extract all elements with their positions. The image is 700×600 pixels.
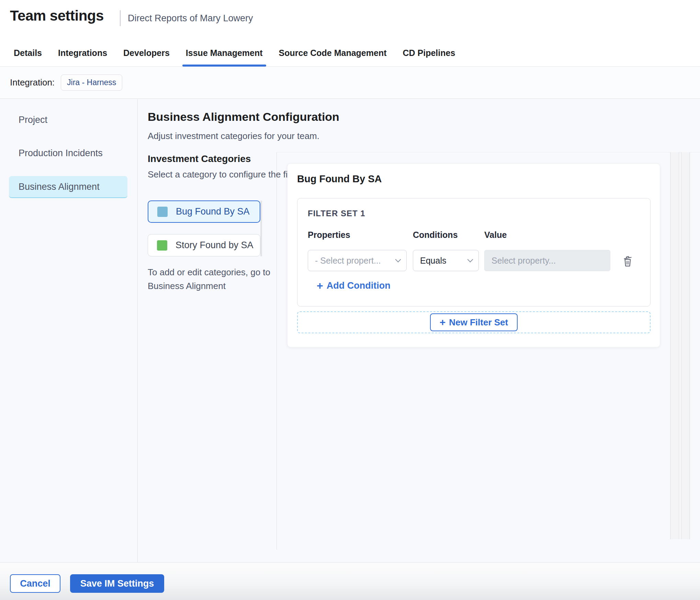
filter-configuration-card: Bug Found By SA FILTER SET 1 Properties … bbox=[287, 163, 660, 347]
sidebar-item-business-alignment[interactable]: Business Alignment bbox=[9, 176, 127, 198]
plus-icon: + bbox=[440, 317, 446, 327]
investment-categories-title: Investment Categories bbox=[148, 153, 251, 164]
new-filter-set-button[interactable]: + New Filter Set bbox=[430, 313, 518, 331]
integration-label: Integration: bbox=[10, 77, 55, 88]
save-im-settings-button[interactable]: Save IM Settings bbox=[70, 574, 164, 593]
sidebar-item-production-incidents[interactable]: Production Incidents bbox=[9, 142, 127, 164]
property-select[interactable]: - Select propert... bbox=[308, 250, 407, 271]
property-select-placeholder: - Select propert... bbox=[315, 256, 381, 266]
cancel-button[interactable]: Cancel bbox=[10, 574, 60, 593]
sidebar-divider bbox=[137, 99, 138, 562]
sidebar-item-project[interactable]: Project bbox=[9, 109, 127, 131]
tab-integrations[interactable]: Integrations bbox=[55, 39, 111, 66]
new-filter-set-zone: + New Filter Set bbox=[297, 311, 651, 333]
page-header: Team settings Direct Reports of Mary Low… bbox=[0, 0, 700, 39]
plus-icon: + bbox=[317, 280, 323, 291]
add-condition-button[interactable]: + Add Condition bbox=[317, 280, 391, 291]
category-color-swatch bbox=[157, 240, 167, 251]
footer-bar: Cancel Save IM Settings bbox=[0, 562, 700, 600]
value-column-label: Value bbox=[484, 230, 507, 240]
title-divider bbox=[120, 10, 121, 26]
filter-set-title: FILTER SET 1 bbox=[308, 209, 365, 218]
conditions-column-label: Conditions bbox=[413, 230, 458, 240]
filter-card-title: Bug Found By SA bbox=[297, 173, 382, 185]
investment-categories-helper: Select a category to configure the filte… bbox=[148, 169, 306, 181]
value-input[interactable] bbox=[484, 250, 610, 271]
category-color-swatch bbox=[157, 207, 168, 217]
chevron-down-icon bbox=[395, 257, 401, 263]
tab-bar: Details Integrations Developers Issue Ma… bbox=[0, 39, 700, 67]
category-label: Story Found by SA bbox=[176, 240, 253, 251]
outer-scrollbar-track[interactable] bbox=[681, 152, 690, 539]
new-filter-set-label: New Filter Set bbox=[449, 317, 508, 328]
inner-scrollbar-track[interactable] bbox=[670, 152, 679, 539]
panel-top-divider bbox=[277, 152, 700, 152]
category-label: Bug Found By SA bbox=[176, 206, 250, 217]
chevron-down-icon bbox=[467, 257, 473, 263]
add-condition-label: Add Condition bbox=[327, 280, 391, 291]
tab-issue-management[interactable]: Issue Management bbox=[182, 39, 266, 66]
category-bug-found-by-sa[interactable]: Bug Found By SA bbox=[148, 200, 260, 223]
team-settings-page: Team settings Direct Reports of Mary Low… bbox=[0, 0, 700, 600]
condition-select-value: Equals bbox=[420, 256, 446, 266]
properties-column-label: Properties bbox=[308, 230, 350, 240]
condition-select[interactable]: Equals bbox=[413, 250, 479, 271]
config-heading: Business Alignment Configuration bbox=[148, 110, 339, 124]
page-title: Team settings bbox=[10, 8, 104, 24]
filter-set-1: FILTER SET 1 Properties Conditions Value… bbox=[297, 198, 651, 307]
tab-details[interactable]: Details bbox=[10, 39, 45, 66]
page-subtitle: Direct Reports of Mary Lowery bbox=[128, 13, 253, 24]
main-content: Project Production Incidents Business Al… bbox=[0, 99, 700, 562]
integration-chip[interactable]: Jira - Harness bbox=[61, 74, 122, 91]
panel-divider bbox=[276, 152, 277, 550]
tab-developers[interactable]: Developers bbox=[120, 39, 173, 66]
integration-row: Integration: Jira - Harness bbox=[0, 67, 700, 99]
categories-footnote: To add or edit categories, go to Busines… bbox=[148, 265, 302, 293]
config-subheading: Adjust investment categories for your te… bbox=[148, 131, 319, 141]
trash-icon bbox=[622, 254, 634, 268]
category-list-scrollbar[interactable] bbox=[260, 200, 262, 256]
category-story-found-by-sa[interactable]: Story Found by SA bbox=[148, 234, 260, 256]
tab-source-code-management[interactable]: Source Code Management bbox=[275, 39, 390, 66]
delete-condition-button[interactable] bbox=[620, 253, 636, 269]
tab-cd-pipelines[interactable]: CD Pipelines bbox=[399, 39, 459, 66]
